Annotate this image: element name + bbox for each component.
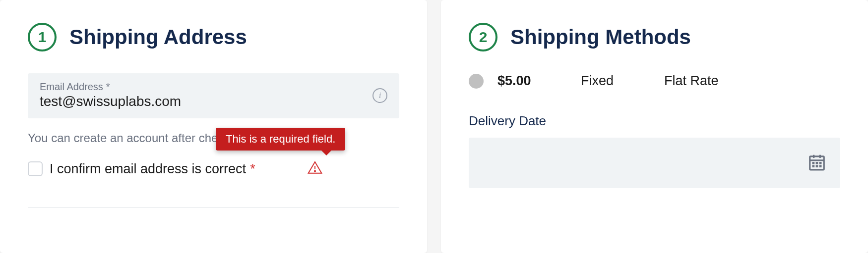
svg-rect-7 (816, 162, 818, 164)
warning-icon (307, 160, 323, 178)
email-field-group: Email Address * test@swissuplabs.com i (28, 73, 399, 118)
panel-title: Shipping Address (69, 25, 247, 49)
confirm-email-checkbox[interactable] (28, 161, 43, 176)
shipping-price: $5.00 (497, 73, 567, 89)
divider (28, 207, 399, 208)
step-number-badge: 1 (28, 23, 57, 51)
confirm-email-label[interactable]: I confirm email address is correct * (50, 161, 255, 177)
required-indicator: * (250, 161, 255, 177)
delivery-date-input[interactable] (469, 138, 840, 188)
email-label: Email Address * (40, 81, 372, 93)
panel-title: Shipping Methods (510, 25, 691, 49)
confirm-email-row: I confirm email address is correct * (28, 160, 399, 178)
email-input-wrapper[interactable]: Email Address * test@swissuplabs.com i (28, 73, 399, 118)
required-indicator: * (106, 81, 110, 93)
svg-rect-6 (812, 162, 815, 164)
shipping-method-option[interactable]: $5.00 Fixed Flat Rate (469, 73, 840, 89)
panel-header: 2 Shipping Methods (469, 23, 840, 51)
svg-rect-10 (816, 165, 818, 167)
panel-header: 1 Shipping Address (28, 23, 399, 51)
shipping-methods-panel: 2 Shipping Methods $5.00 Fixed Flat Rate… (441, 0, 868, 253)
svg-rect-8 (819, 162, 822, 164)
shipping-method-radio[interactable] (469, 74, 484, 89)
step-number-badge: 2 (469, 23, 497, 51)
info-icon[interactable]: i (372, 88, 387, 103)
svg-point-1 (314, 171, 315, 172)
shipping-address-panel: 1 Shipping Address Email Address * test@… (0, 0, 427, 253)
calendar-icon[interactable] (807, 152, 826, 173)
delivery-date-label: Delivery Date (469, 113, 840, 129)
svg-rect-11 (819, 165, 822, 167)
email-value[interactable]: test@swissuplabs.com (40, 94, 372, 109)
shipping-method-name: Fixed (581, 73, 650, 89)
error-tooltip: This is a required field. (216, 128, 345, 151)
svg-rect-9 (812, 165, 815, 167)
shipping-method-type: Flat Rate (664, 73, 719, 89)
